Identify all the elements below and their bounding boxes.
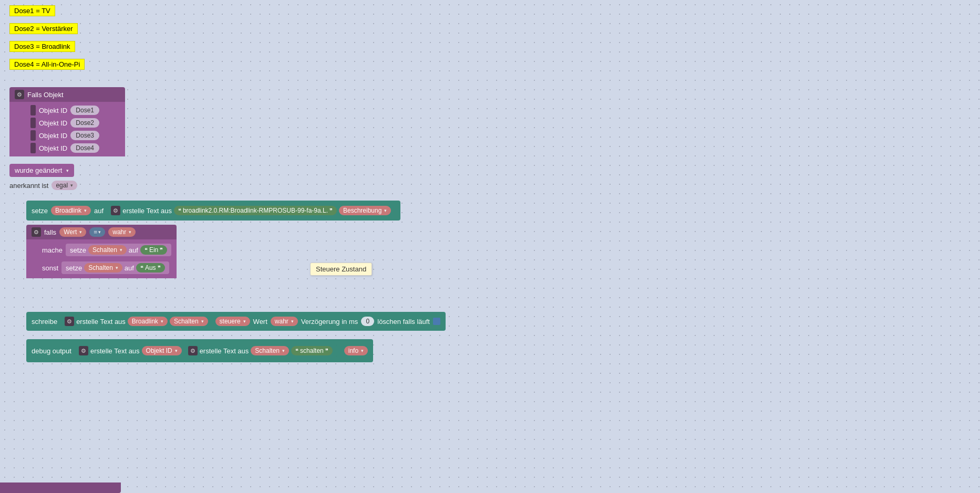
debug-info-label: info <box>348 347 358 354</box>
beschreibung-label: Beschreibung <box>343 207 381 214</box>
sonst-auf-label: auf <box>125 264 134 272</box>
debug-info-arrow: ▾ <box>361 348 364 353</box>
debug-info-var[interactable]: info ▾ <box>344 346 368 355</box>
gear-icon[interactable]: ⚙ <box>15 90 24 99</box>
broadlink-string: ❝ broadlink2.0.RM:Broadlink-RMPROSUB-99-… <box>174 206 337 215</box>
schreibe-wahr-label: wahr <box>275 318 288 325</box>
falls-operator[interactable]: = ▾ <box>89 227 105 237</box>
debug-gear-icon[interactable]: ⚙ <box>79 346 88 355</box>
falls-wahr-var[interactable]: wahr ▾ <box>108 227 136 237</box>
note-dose3: Dose3 = Broadlink <box>9 41 75 52</box>
dose2-input[interactable]: Dose2 <box>70 118 99 128</box>
wurde-label: wurde geändert <box>15 166 62 174</box>
anerkannt-input[interactable]: egal ▾ <box>51 181 77 190</box>
falls-wert-label: Wert <box>64 228 77 236</box>
wurde-arrow: ▾ <box>66 168 69 173</box>
schreibe-wahr-var[interactable]: wahr ▾ <box>271 317 298 326</box>
falls-objekt-header[interactable]: ⚙ Falls Objekt <box>9 87 125 102</box>
mache-schalten-var[interactable]: Schalten ▾ <box>88 245 127 255</box>
falls-label: falls <box>44 228 56 236</box>
falls-body: mache setze Schalten ▾ auf ❝ Ein ❞ s <box>26 239 177 278</box>
falls-block: ⚙ falls Wert ▾ = ▾ wahr ▾ mache setze <box>26 225 177 278</box>
falls-objekt-body: Objekt ID Dose1 Objekt ID Dose2 Objekt I… <box>9 102 125 156</box>
debug-objekt-var[interactable]: Objekt ID ▾ <box>142 346 182 355</box>
note-dose1: Dose1 = TV <box>9 5 55 16</box>
falls-wahr-label: wahr <box>112 228 126 236</box>
dose-row-4: Objekt ID Dose4 <box>30 143 120 153</box>
dose-row-1: Objekt ID Dose1 <box>30 105 120 116</box>
setze-broadlink-var[interactable]: Broadlink ▾ <box>51 206 91 215</box>
anerkannt-arrow: ▾ <box>70 183 73 188</box>
falls-op-arrow: ▾ <box>98 229 101 235</box>
setze-var-label: Broadlink <box>55 207 81 214</box>
erstelle-label: erstelle Text aus <box>122 207 172 215</box>
schreibe-var2-label: Schalten <box>174 318 199 325</box>
sonst-aus-value: Aus <box>145 264 156 271</box>
falls-gear-icon[interactable]: ⚙ <box>32 227 41 237</box>
sonst-var-arrow: ▾ <box>116 265 118 270</box>
notch-2 <box>30 118 36 128</box>
mache-ein-string: ❝ Ein ❞ <box>140 245 167 255</box>
debug-erstelle2-label: erstelle Text aus <box>200 347 249 355</box>
dose-row-3: Objekt ID Dose3 <box>30 130 120 141</box>
schreibe-erstelle-container: ⚙ erstelle Text aus Broadlink ▾ Schalten… <box>60 314 212 328</box>
schreibe-erstelle-label: erstelle Text aus <box>76 318 126 326</box>
dose1-label: Objekt ID <box>39 107 67 114</box>
debug-gear2-icon[interactable]: ⚙ <box>188 346 198 355</box>
falls-wahr-arrow: ▾ <box>129 229 131 235</box>
falls-wert-var[interactable]: Wert ▾ <box>59 227 86 237</box>
debug-objekt-arrow: ▾ <box>175 348 178 353</box>
setze-label: setze <box>32 207 48 215</box>
schreibe-steuere-var[interactable]: steuere ▾ <box>215 317 250 326</box>
falls-op-value: = <box>94 228 97 236</box>
dose4-input[interactable]: Dose4 <box>70 143 99 153</box>
setze-auf-label: auf <box>94 207 104 215</box>
mache-row: mache setze Schalten ▾ auf ❝ Ein ❞ <box>42 242 171 258</box>
debug-row: debug output ⚙ erstelle Text aus Objekt … <box>26 339 373 362</box>
dose3-input[interactable]: Dose3 <box>70 131 99 140</box>
schreibe-checkbox[interactable] <box>433 318 440 325</box>
anerkannt-value: egal <box>56 182 68 189</box>
schreibe-schalten-var[interactable]: Schalten ▾ <box>170 317 208 326</box>
sonst-var-label: Schalten <box>88 264 113 271</box>
beschreibung-arrow: ▾ <box>384 208 387 213</box>
schreibe-loeschen-label: löschen falls läuft <box>377 318 430 326</box>
debug-string-value: schalten <box>300 347 324 354</box>
sonst-aus-string: ❝ Aus ❞ <box>136 263 165 272</box>
schreibe-num-input[interactable]: 0 <box>361 317 374 326</box>
dose2-label: Objekt ID <box>39 119 67 127</box>
debug-erstelle1-container: ⚙ erstelle Text aus Objekt ID ▾ ⚙ erstel… <box>75 342 341 360</box>
falls-header[interactable]: ⚙ falls Wert ▾ = ▾ wahr ▾ <box>26 225 177 239</box>
dose3-label: Objekt ID <box>39 132 67 140</box>
falls-objekt-label: Falls Objekt <box>27 91 64 99</box>
sonst-setze-label: setze <box>66 264 82 272</box>
schreibe-steuere-label: steuere <box>220 318 241 325</box>
debug-erstelle1-label: erstelle Text aus <box>90 347 140 355</box>
setze-container: setze Broadlink ▾ auf ⚙ erstelle Text au… <box>26 201 400 221</box>
notch-1 <box>30 105 36 116</box>
debug-erstelle2-container: ⚙ erstelle Text aus Schalten ▾ ❝ schalte… <box>184 344 337 358</box>
anerkannt-prefix: anerkannt ist <box>9 182 48 190</box>
dose1-input[interactable]: Dose1 <box>70 106 99 115</box>
debug-schalten-string: ❝ schalten ❞ <box>291 346 333 355</box>
debug-schalten-var[interactable]: Schalten ▾ <box>251 346 289 355</box>
erstelle-gear-icon[interactable]: ⚙ <box>111 206 120 215</box>
setze-var-arrow: ▾ <box>84 208 87 213</box>
schreibe-label: schreibe <box>32 318 57 326</box>
schreibe-wahr-arrow: ▾ <box>291 319 294 324</box>
schreibe-broadlink-var[interactable]: Broadlink ▾ <box>128 317 168 326</box>
wurde-block[interactable]: wurde geändert ▾ <box>9 164 74 177</box>
beschreibung-var[interactable]: Beschreibung ▾ <box>339 206 391 215</box>
schreibe-gear-icon[interactable]: ⚙ <box>65 317 74 326</box>
broadlink-string-value: broadlink2.0.RM:Broadlink-RMPROSUB-99-fa… <box>183 207 328 214</box>
falls-objekt-block: ⚙ Falls Objekt Objekt ID Dose1 Objekt ID… <box>9 87 125 156</box>
note-dose2: Dose2 = Verstärker <box>9 23 78 34</box>
schreibe-var1-arrow: ▾ <box>161 319 163 324</box>
setze-row: setze Broadlink ▾ auf ⚙ erstelle Text au… <box>26 201 400 221</box>
schreibe-verzoegerung-label: Verzögerung in ms <box>301 318 358 326</box>
falls-wert-arrow: ▾ <box>79 229 82 235</box>
schreibe-var2-arrow: ▾ <box>201 319 204 324</box>
mache-auf-label: auf <box>129 246 138 254</box>
sonst-schalten-var[interactable]: Schalten ▾ <box>84 263 122 272</box>
anerkannt-block: anerkannt ist egal ▾ <box>9 181 77 190</box>
